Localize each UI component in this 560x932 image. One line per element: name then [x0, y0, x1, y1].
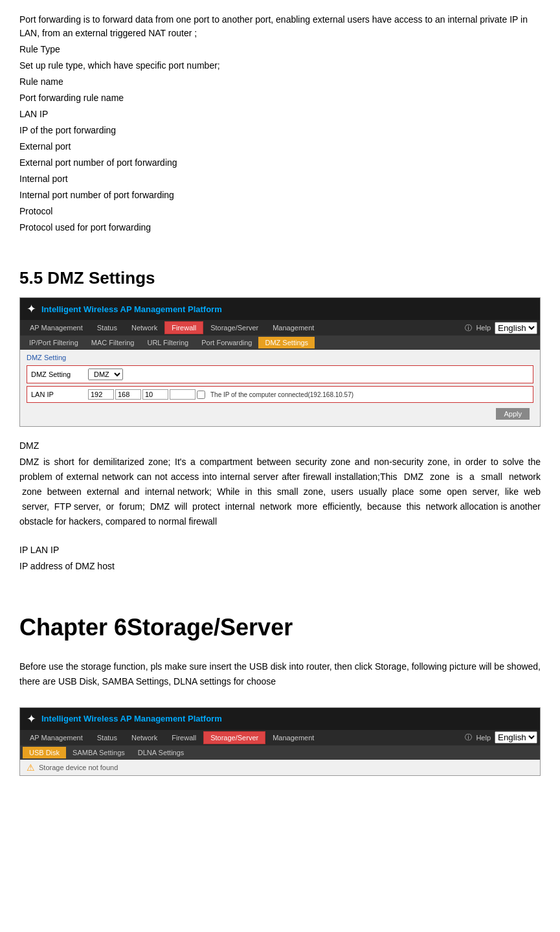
- screenshot1-header: ✦ Intelligent Wireless AP Management Pla…: [20, 298, 540, 320]
- lan-ip-field-4[interactable]: [170, 389, 196, 400]
- nav-tab-status-2[interactable]: Status: [90, 731, 124, 744]
- logo-star-icon: ✦: [27, 302, 36, 316]
- nav-right-1: ⓘ Help English: [465, 322, 537, 334]
- main-nav-bar-1: AP Management Status Network Firewall St…: [20, 320, 540, 335]
- nav-tab-management-2[interactable]: Management: [265, 731, 321, 744]
- dmz-section-label: DMZ Setting: [27, 354, 533, 361]
- chapter6-heading: Chapter 6Storage/Server: [19, 614, 541, 641]
- sub-tab-samba[interactable]: SAMBA Settings: [66, 747, 131, 758]
- platform-title-1: Intelligent Wireless AP Management Platf…: [41, 304, 222, 314]
- intro-lan-ip-label: LAN IP: [19, 108, 541, 121]
- help-icon-2: ⓘ: [465, 733, 472, 742]
- lan-ip-field-2[interactable]: [115, 389, 141, 400]
- lan-ip-label: LAN IP: [31, 391, 83, 398]
- sub-tab-port-fwd[interactable]: Port Forwarding: [195, 337, 258, 348]
- sub-tab-dlna[interactable]: DLNA Settings: [131, 747, 191, 758]
- dmz-label: DMZ: [19, 438, 541, 453]
- intro-rule-type-label: Rule Type: [19, 43, 541, 56]
- section-55-heading: 5.5 DMZ Settings: [19, 268, 541, 288]
- chapter6-intro: Before use the storage function, pls mak…: [19, 659, 541, 689]
- intro-rule-name-label: Rule name: [19, 75, 541, 89]
- intro-int-port-label: Internal port: [19, 172, 541, 186]
- platform-title-2: Intelligent Wireless AP Management Platf…: [41, 714, 222, 723]
- sub-tab-usb-disk[interactable]: USB Disk: [23, 747, 66, 758]
- sub-tab-url[interactable]: URL Filtering: [140, 337, 195, 348]
- nav-tab-storage-2[interactable]: Storage/Server: [203, 731, 265, 744]
- help-icon-1: ⓘ: [465, 323, 472, 333]
- sub-tab-mac[interactable]: MAC Filtering: [85, 337, 141, 348]
- lan-ip-checkbox[interactable]: [197, 391, 205, 399]
- intro-ext-port-desc: External port number of port forwarding: [19, 156, 541, 170]
- help-label-2: Help: [476, 734, 491, 742]
- lan-ip-row: LAN IP The IP of the computer connected(…: [27, 386, 533, 403]
- lan-ip-field-1[interactable]: [88, 389, 114, 400]
- intro-ext-port-label: External port: [19, 140, 541, 153]
- nav-tab-management-1[interactable]: Management: [265, 321, 321, 334]
- logo-star-icon-2: ✦: [27, 712, 36, 726]
- warning-icon: ⚠: [27, 762, 35, 773]
- apply-row: Apply: [27, 405, 533, 422]
- intro-text-block: Port forwarding is to forward data from …: [19, 13, 541, 234]
- dmz-description-text: DMZ is short for demilitarized zone; It'…: [19, 455, 541, 529]
- sub-nav-bar-1: IP/Port Filtering MAC Filtering URL Filt…: [20, 335, 540, 350]
- ip-note: The IP of the computer connected(192.168…: [210, 391, 353, 398]
- ip-lan-desc: IP address of DMZ host: [19, 559, 541, 574]
- apply-button-1[interactable]: Apply: [496, 408, 530, 420]
- storage-warning-text: Storage device not found: [39, 764, 118, 771]
- dmz-setting-row: DMZ Setting DMZ: [27, 365, 533, 383]
- intro-lan-ip-desc: IP of the port forwarding: [19, 124, 541, 137]
- intro-int-port-desc: Internal port number of port forwarding: [19, 188, 541, 202]
- sub-nav-bar-2: USB Disk SAMBA Settings DLNA Settings: [20, 745, 540, 760]
- sub-tab-dmz[interactable]: DMZ Settings: [258, 337, 315, 348]
- dmz-setting-select[interactable]: DMZ: [88, 369, 123, 380]
- help-label-1: Help: [476, 324, 491, 332]
- ip-lan-section: IP LAN IP IP address of DMZ host: [19, 543, 541, 574]
- intro-rule-name-desc: Port forwarding rule name: [19, 91, 541, 105]
- nav-tab-firewall-1[interactable]: Firewall: [164, 321, 203, 334]
- screenshot2-header: ✦ Intelligent Wireless AP Management Pla…: [20, 708, 540, 730]
- main-nav-bar-2: AP Management Status Network Firewall St…: [20, 730, 540, 745]
- ip-lan-label: IP LAN IP: [19, 543, 541, 558]
- intro-line-1: Port forwarding is to forward data from …: [19, 13, 541, 40]
- nav-tab-storage-1[interactable]: Storage/Server: [203, 321, 265, 334]
- intro-rule-type-desc: Set up rule type, which have specific po…: [19, 59, 541, 73]
- lan-ip-field-3[interactable]: [142, 389, 168, 400]
- dmz-text-section: DMZ DMZ is short for demilitarized zone;…: [19, 438, 541, 530]
- language-select-1[interactable]: English: [495, 322, 537, 334]
- dmz-screenshot: ✦ Intelligent Wireless AP Management Pla…: [19, 297, 541, 427]
- nav-tab-ap-management-2[interactable]: AP Management: [23, 731, 90, 744]
- intro-protocol-desc: Protocol used for port forwarding: [19, 221, 541, 234]
- intro-protocol-label: Protocol: [19, 205, 541, 218]
- nav-tab-status-1[interactable]: Status: [90, 321, 124, 334]
- nav-tab-network-2[interactable]: Network: [124, 731, 164, 744]
- nav-right-2: ⓘ Help English: [465, 731, 537, 744]
- storage-screenshot: ✦ Intelligent Wireless AP Management Pla…: [19, 707, 541, 776]
- nav-tab-network-1[interactable]: Network: [124, 321, 164, 334]
- nav-tab-ap-management-1[interactable]: AP Management: [23, 321, 90, 334]
- language-select-2[interactable]: English: [495, 731, 537, 744]
- dmz-setting-label: DMZ Setting: [31, 370, 83, 378]
- nav-tab-firewall-2[interactable]: Firewall: [164, 731, 203, 744]
- dmz-content-area: DMZ Setting DMZ Setting DMZ LAN IP The I…: [20, 350, 540, 426]
- sub-tab-ip-port[interactable]: IP/Port Filtering: [23, 337, 85, 348]
- storage-warning-row: ⚠ Storage device not found: [20, 760, 540, 775]
